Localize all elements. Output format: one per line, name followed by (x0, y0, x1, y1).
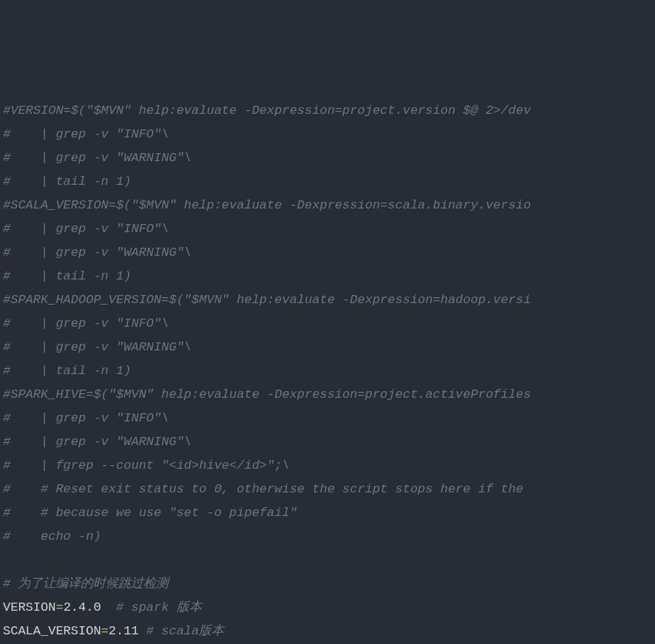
comment-text: # echo -n) (3, 529, 101, 543)
code-line: # # Reset exit status to 0, otherwise th… (3, 478, 652, 501)
code-line: SCALA_VERSION=2.11 # scala版本 (3, 620, 652, 643)
code-line: # | grep -v "WARNING"\ (3, 336, 652, 359)
comment-text: #SPARK_HADOOP_VERSION=$("$MVN" help:eval… (3, 293, 531, 307)
comment-text: #VERSION=$("$MVN" help:evaluate -Dexpres… (3, 104, 531, 118)
comment-text: # # because we use "set -o pipefail" (3, 506, 297, 520)
code-line: #SPARK_HIVE=$("$MVN" help:evaluate -Dexp… (3, 383, 652, 407)
variable-name: VERSION (3, 600, 55, 614)
code-line: # | grep -v "WARNING"\ (3, 241, 652, 265)
comment-text: # | fgrep --count "<id>hive</id>";\ (3, 458, 290, 472)
comment-text: # | tail -n 1) (3, 174, 131, 189)
comment-text: # | grep -v "WARNING"\ (3, 245, 191, 260)
equals-sign: = (55, 600, 63, 614)
code-line: # | grep -v "WARNING"\ (3, 430, 652, 454)
code-line: # # because we use "set -o pipefail" (3, 501, 652, 525)
comment-text: # | grep -v "WARNING"\ (3, 340, 191, 354)
comment-text: # | tail -n 1) (3, 269, 131, 283)
comment-text: # | grep -v "INFO"\ (3, 316, 169, 331)
comment-text: # | tail -n 1) (3, 364, 131, 378)
variable-name: SCALA_VERSION (3, 624, 101, 638)
variable-value: 2.11 (109, 624, 139, 638)
trailing-comment: # scala版本 (139, 624, 225, 638)
variable-value: 2.4.0 (64, 600, 101, 614)
comment-text: # | grep -v "WARNING"\ (3, 435, 191, 449)
comment-text: #SPARK_HIVE=$("$MVN" help:evaluate -Dexp… (3, 387, 531, 401)
code-line: # | grep -v "INFO"\ (3, 312, 652, 336)
code-line: # | grep -v "INFO"\ (3, 407, 652, 430)
code-line: #SCALA_VERSION=$("$MVN" help:evaluate -D… (3, 194, 652, 217)
comment-text: # | grep -v "WARNING"\ (3, 151, 191, 165)
code-line: # | tail -n 1) (3, 170, 652, 194)
code-line (3, 549, 652, 572)
comment-text: # | grep -v "INFO"\ (3, 222, 169, 236)
code-line: # | grep -v "INFO"\ (3, 217, 652, 241)
trailing-comment: # spark 版本 (101, 600, 202, 614)
code-line: # 为了让编译的时候跳过检测 (3, 572, 652, 596)
code-line: #SPARK_HADOOP_VERSION=$("$MVN" help:eval… (3, 288, 652, 312)
comment-text: # 为了让编译的时候跳过检测 (3, 577, 169, 591)
code-editor-content[interactable]: #VERSION=$("$MVN" help:evaluate -Dexpres… (3, 99, 652, 644)
equals-sign: = (101, 624, 109, 638)
code-line: # echo -n) (3, 525, 652, 549)
code-line: # | tail -n 1) (3, 359, 652, 383)
code-line: # | grep -v "WARNING"\ (3, 146, 652, 170)
code-line: VERSION=2.4.0 # spark 版本 (3, 596, 652, 620)
comment-text: # # Reset exit status to 0, otherwise th… (3, 482, 531, 496)
code-line: # | grep -v "INFO"\ (3, 123, 652, 146)
code-line: # | tail -n 1) (3, 265, 652, 288)
code-line: #VERSION=$("$MVN" help:evaluate -Dexpres… (3, 99, 652, 123)
comment-text: #SCALA_VERSION=$("$MVN" help:evaluate -D… (3, 198, 531, 212)
code-line: # | fgrep --count "<id>hive</id>";\ (3, 454, 652, 478)
comment-text: # | grep -v "INFO"\ (3, 127, 169, 141)
comment-text: # | grep -v "INFO"\ (3, 411, 169, 425)
